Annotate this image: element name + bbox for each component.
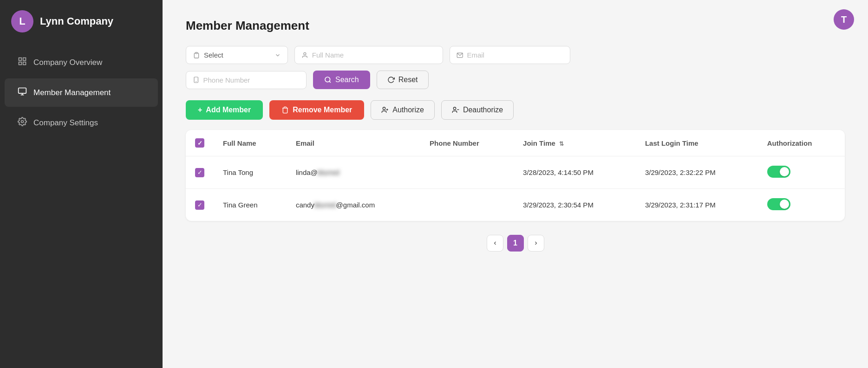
phone-input[interactable] — [203, 76, 300, 84]
svg-line-14 — [329, 81, 331, 83]
header-authorization: Authorization — [758, 130, 845, 156]
chevron-left-icon — [492, 240, 498, 246]
email-filter — [450, 46, 570, 64]
sort-icon: ⇅ — [559, 141, 564, 147]
pagination-next[interactable] — [528, 235, 544, 252]
row-2-phone — [420, 189, 514, 221]
company-avatar: L — [11, 10, 33, 32]
sidebar-nav: Company Overview Member Management Compa… — [0, 43, 163, 142]
sidebar-item-company-overview[interactable]: Company Overview — [5, 48, 158, 77]
filter-row-1: Select — [186, 46, 845, 64]
svg-point-13 — [325, 77, 330, 82]
svg-point-7 — [21, 121, 24, 123]
members-table: ✓ Full Name Email Phone Number Join Time… — [186, 130, 845, 221]
table-header-row: ✓ Full Name Email Phone Number Join Time… — [186, 130, 845, 156]
header-phone: Phone Number — [420, 130, 514, 156]
row-2-email: candyblurred@gmail.com — [287, 189, 420, 221]
sidebar-item-member-management[interactable]: Member Management — [5, 78, 158, 107]
reset-button[interactable]: Reset — [377, 71, 429, 89]
email-input[interactable] — [467, 51, 563, 59]
sidebar: L Lynn Company Company Overview Member M… — [0, 0, 163, 368]
authorize-label: Authorize — [392, 106, 424, 114]
members-table-container: ✓ Full Name Email Phone Number Join Time… — [186, 130, 845, 221]
header-last-login: Last Login Time — [636, 130, 758, 156]
role-select[interactable]: Select — [186, 46, 288, 64]
svg-rect-4 — [19, 88, 26, 94]
svg-point-9 — [304, 52, 306, 55]
remove-member-button[interactable]: Remove Member — [269, 100, 364, 120]
select-icon — [193, 52, 200, 59]
row-1-checkbox[interactable]: ✓ — [195, 168, 204, 177]
select-placeholder: Select — [204, 51, 223, 59]
search-button[interactable]: Search — [313, 71, 370, 89]
deauthorize-label: Deauthorize — [463, 106, 503, 114]
pagination-page-1[interactable]: 1 — [507, 235, 524, 252]
header-join-time[interactable]: Join Time ⇅ — [514, 130, 636, 156]
select-all-checkbox[interactable]: ✓ — [195, 138, 204, 148]
sidebar-header: L Lynn Company — [0, 0, 163, 43]
row-1-full-name: Tina Tong — [214, 156, 287, 189]
authorize-button[interactable]: Authorize — [371, 100, 435, 120]
header-checkbox-cell: ✓ — [186, 130, 214, 156]
deauthorize-icon — [452, 106, 459, 114]
svg-rect-0 — [19, 58, 22, 61]
row-1-authorization — [758, 156, 845, 189]
search-icon — [324, 76, 332, 84]
row-1-checkbox-cell: ✓ — [186, 156, 214, 189]
row-2-join-time: 3/29/2023, 2:30:54 PM — [514, 189, 636, 221]
table-row: ✓ Tina Tong linda@blurred 3/28/2023, 4:1… — [186, 156, 845, 189]
row-2-toggle[interactable] — [767, 198, 790, 210]
company-settings-label: Company Settings — [33, 118, 98, 128]
remove-member-label: Remove Member — [293, 106, 352, 114]
sidebar-item-company-settings[interactable]: Company Settings — [5, 109, 158, 137]
top-avatar[interactable]: T — [834, 9, 854, 30]
full-name-filter — [294, 46, 443, 64]
row-1-join-time: 3/28/2023, 4:14:50 PM — [514, 156, 636, 189]
company-settings-icon — [18, 117, 27, 129]
authorize-icon — [381, 106, 389, 114]
row-1-toggle[interactable] — [767, 166, 790, 178]
row-2-checkbox[interactable]: ✓ — [195, 200, 204, 210]
svg-rect-1 — [23, 58, 26, 61]
person-icon — [301, 52, 308, 59]
pagination: 1 — [186, 235, 845, 252]
row-1-phone — [420, 156, 514, 189]
trash-icon — [281, 106, 289, 114]
member-management-label: Member Management — [33, 88, 111, 97]
table-row: ✓ Tina Green candyblurred@gmail.com 3/29… — [186, 189, 845, 221]
company-overview-label: Company Overview — [33, 58, 102, 67]
svg-point-18 — [453, 107, 456, 110]
svg-point-15 — [383, 107, 385, 110]
member-management-icon — [18, 87, 27, 98]
header-email: Email — [287, 130, 420, 156]
header-full-name: Full Name — [214, 130, 287, 156]
pagination-prev[interactable] — [487, 235, 503, 252]
chevron-right-icon — [533, 240, 539, 246]
svg-rect-2 — [19, 62, 22, 65]
row-2-authorization — [758, 189, 845, 221]
page-title: Member Management — [186, 19, 845, 33]
add-member-button[interactable]: + Add Member — [186, 100, 263, 120]
svg-rect-3 — [23, 62, 26, 65]
deauthorize-button[interactable]: Deauthorize — [441, 100, 514, 120]
email-icon — [457, 52, 463, 59]
reset-icon — [387, 76, 395, 84]
action-row: + Add Member Remove Member Authorize Dea… — [186, 100, 845, 120]
row-2-full-name: Tina Green — [214, 189, 287, 221]
main-content: T Member Management Select Search — [163, 0, 868, 368]
row-2-last-login: 3/29/2023, 2:31:17 PM — [636, 189, 758, 221]
row-1-last-login: 3/29/2023, 2:32:22 PM — [636, 156, 758, 189]
filter-row-2: Search Reset — [186, 71, 845, 89]
add-member-label: Add Member — [206, 106, 251, 114]
full-name-input[interactable] — [312, 51, 436, 59]
phone-filter — [186, 71, 307, 89]
company-name: Lynn Company — [40, 15, 113, 27]
phone-icon — [193, 76, 199, 84]
company-overview-icon — [18, 57, 27, 68]
row-2-checkbox-cell: ✓ — [186, 189, 214, 221]
row-1-email: linda@blurred — [287, 156, 420, 189]
chevron-down-icon — [274, 52, 281, 58]
svg-rect-8 — [196, 52, 197, 54]
